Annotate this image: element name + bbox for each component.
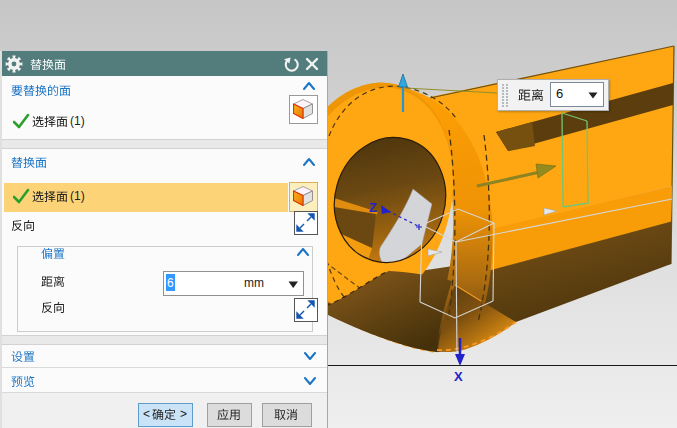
svg-text:X: X (454, 369, 463, 384)
svg-text:Z: Z (369, 200, 377, 215)
